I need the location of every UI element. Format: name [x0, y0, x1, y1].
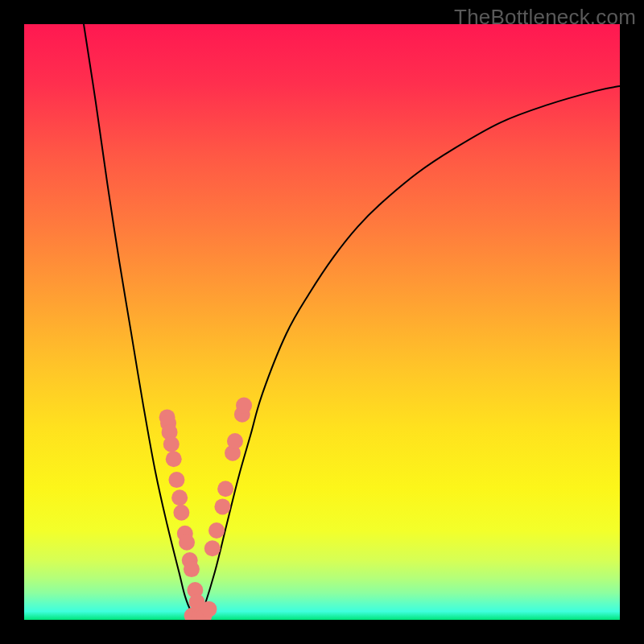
gradient-bg: [24, 24, 620, 620]
marker-left-7: [173, 505, 189, 521]
marker-right-6: [204, 540, 221, 556]
chart-stage: TheBottleneck.com: [0, 0, 644, 644]
plot-area: [24, 24, 620, 620]
marker-left-6: [171, 489, 188, 506]
marker-bottom-3: [200, 601, 217, 617]
marker-right-5: [236, 398, 252, 414]
marker-left-4: [166, 451, 182, 467]
marker-right-3: [227, 433, 243, 449]
marker-left-11: [184, 561, 200, 577]
chart-svg: [24, 24, 620, 620]
marker-right-0: [214, 498, 230, 514]
marker-left-5: [168, 472, 184, 488]
marker-left-3: [163, 436, 180, 452]
marker-left-9: [179, 535, 195, 551]
marker-right-7: [208, 522, 225, 539]
marker-right-1: [217, 481, 233, 497]
